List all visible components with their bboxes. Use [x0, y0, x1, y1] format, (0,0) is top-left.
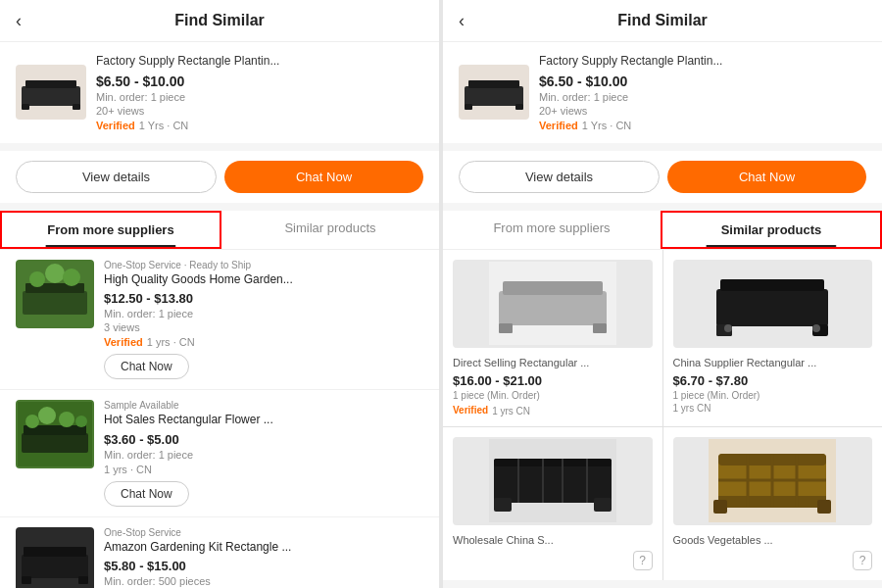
- right-tab-suppliers[interactable]: From more suppliers: [443, 211, 661, 249]
- svg-rect-24: [465, 104, 472, 110]
- supplier-tag-1: One-Stop Service · Ready to Ship: [104, 260, 423, 270]
- similar-item-2[interactable]: China Supplier Rectangular ... $6.70 - $…: [663, 250, 883, 426]
- svg-rect-0: [22, 86, 80, 106]
- supplier-info-1: One-Stop Service · Ready to Ship High Qu…: [104, 260, 423, 380]
- supplier-chat-2[interactable]: Chat Now: [104, 481, 189, 507]
- right-product-price: $6.50 - $10.00: [539, 74, 866, 89]
- right-product-thumb: [459, 65, 529, 120]
- supplier-item-3: One-Stop Service Amazon Gardening Kit Re…: [0, 517, 439, 588]
- similar-verified-meta-1: 1 yrs CN: [492, 406, 530, 416]
- svg-rect-22: [465, 86, 523, 106]
- left-back-arrow[interactable]: ‹: [16, 11, 22, 31]
- supplier-verified-row-1: Verified 1 yrs · CN: [104, 336, 423, 348]
- svg-rect-56: [713, 500, 727, 514]
- right-card-buttons: View details Chat Now: [443, 151, 882, 211]
- left-tab-suppliers[interactable]: From more suppliers: [0, 211, 221, 249]
- right-scroll-area[interactable]: Direct Selling Rectangular ... $16.00 - …: [443, 250, 882, 588]
- similar-thumb-2: [673, 260, 873, 348]
- svg-point-7: [29, 271, 45, 287]
- similar-item-name-2: China Supplier Rectangular ...: [673, 356, 873, 369]
- supplier-chat-1[interactable]: Chat Now: [104, 354, 189, 379]
- right-tab-similar[interactable]: Similar products: [661, 211, 882, 249]
- svg-rect-1: [25, 80, 76, 88]
- svg-rect-47: [594, 498, 612, 512]
- right-product-min-order: Min. order: 1 piece: [539, 91, 866, 103]
- supplier-views-1: 3 views: [104, 321, 423, 333]
- left-product-min-order: Min. order: 1 piece: [96, 91, 423, 103]
- svg-point-38: [812, 324, 820, 332]
- right-screen: ‹ Find Similar Factory Supply Rectangle …: [443, 0, 882, 588]
- supplier-verified-meta-2: 1 yrs · CN: [104, 464, 152, 475]
- similar-verified-1: Verified: [453, 405, 488, 416]
- supplier-min-order-3: Min. order: 500 pieces: [104, 575, 423, 587]
- right-verified-badge: Verified: [539, 120, 578, 131]
- left-verified-meta: 1 Yrs · CN: [139, 120, 189, 131]
- help-icon-similar-4[interactable]: ?: [853, 551, 872, 570]
- svg-rect-28: [503, 281, 603, 295]
- left-card-buttons: View details Chat Now: [0, 151, 439, 211]
- supplier-info-2: Sample Available Hot Sales Rectangular F…: [104, 400, 423, 507]
- svg-point-13: [25, 415, 39, 428]
- right-product-name: Factory Supply Rectangle Plantin...: [539, 54, 866, 70]
- right-back-arrow[interactable]: ‹: [459, 11, 465, 31]
- svg-rect-11: [22, 433, 88, 453]
- left-product-thumb: [16, 65, 86, 120]
- supplier-tag-2: Sample Available: [104, 400, 423, 411]
- svg-rect-20: [22, 576, 31, 584]
- svg-point-16: [75, 416, 87, 427]
- svg-point-14: [38, 407, 56, 424]
- similar-item-name-4: Goods Vegetables ...: [673, 533, 873, 547]
- help-icon-similar-3[interactable]: ?: [633, 551, 653, 570]
- svg-rect-5: [23, 291, 87, 315]
- supplier-tag-3: One-Stop Service: [104, 527, 423, 538]
- similar-item-price-2: $6.70 - $7.80: [673, 373, 873, 388]
- svg-rect-32: [716, 289, 828, 326]
- left-chat-now-button[interactable]: Chat Now: [224, 161, 423, 193]
- supplier-thumb-2: [16, 400, 94, 468]
- supplier-item-2: Sample Available Hot Sales Rectangular F…: [0, 390, 439, 517]
- left-tab-similar[interactable]: Similar products: [221, 211, 439, 249]
- similar-item-3[interactable]: Wholesale China S... ?: [443, 427, 662, 580]
- supplier-footer-2: Chat Now: [104, 481, 423, 507]
- svg-rect-19: [24, 547, 86, 557]
- right-product-card: Factory Supply Rectangle Plantin... $6.5…: [443, 42, 882, 151]
- similar-products-grid: Direct Selling Rectangular ... $16.00 - …: [443, 250, 882, 581]
- similar-item-meta-2: 1 piece (Min. Order): [673, 390, 873, 401]
- svg-rect-57: [817, 500, 831, 514]
- supplier-price-3: $5.80 - $15.00: [104, 559, 423, 573]
- svg-rect-46: [494, 498, 512, 512]
- left-view-details-button[interactable]: View details: [16, 161, 217, 193]
- svg-rect-25: [515, 104, 523, 110]
- right-chat-now-button[interactable]: Chat Now: [667, 161, 866, 193]
- similar-item-name-1: Direct Selling Rectangular ...: [453, 356, 653, 369]
- similar-thumb-3: [453, 437, 653, 525]
- supplier-name-3: Amazon Gardening Kit Rectangle ...: [104, 540, 423, 556]
- supplier-thumb-3: [16, 527, 94, 588]
- svg-rect-27: [499, 291, 607, 325]
- left-verified-badge: Verified: [96, 120, 135, 131]
- supplier-info-3: One-Stop Service Amazon Gardening Kit Re…: [104, 527, 423, 588]
- svg-point-15: [59, 412, 74, 427]
- similar-thumb-4: [673, 437, 873, 525]
- svg-rect-21: [78, 576, 88, 584]
- right-tabs-row: From more suppliers Similar products: [443, 211, 882, 250]
- svg-rect-33: [720, 279, 824, 291]
- left-header: ‹ Find Similar: [0, 0, 439, 42]
- similar-item-4[interactable]: Goods Vegetables ... ?: [663, 427, 883, 580]
- right-product-views: 20+ views: [539, 105, 866, 117]
- right-view-details-button[interactable]: View details: [459, 161, 660, 193]
- left-screen: ‹ Find Similar Factory Supply Rectangle …: [0, 0, 439, 588]
- right-product-info: Factory Supply Rectangle Plantin... $6.5…: [539, 54, 866, 131]
- similar-item-1[interactable]: Direct Selling Rectangular ... $16.00 - …: [443, 250, 662, 426]
- left-verified-row: Verified 1 Yrs · CN: [96, 120, 423, 131]
- similar-verified-meta-2: 1 yrs CN: [673, 403, 873, 414]
- svg-point-9: [63, 269, 80, 286]
- left-scroll-area[interactable]: One-Stop Service · Ready to Ship High Qu…: [0, 250, 439, 588]
- similar-item-meta-1: 1 piece (Min. Order): [453, 390, 653, 401]
- similar-verified-row-1: Verified 1 yrs CN: [453, 404, 653, 416]
- right-verified-meta: 1 Yrs · CN: [582, 120, 632, 131]
- right-header: ‹ Find Similar: [443, 0, 882, 42]
- right-verified-row: Verified 1 Yrs · CN: [539, 120, 866, 131]
- supplier-thumb-1: [16, 260, 94, 328]
- left-product-price: $6.50 - $10.00: [96, 74, 423, 89]
